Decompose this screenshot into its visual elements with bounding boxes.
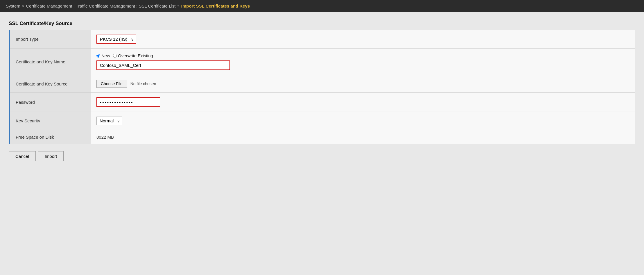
free-space-value: 8022 MB (96, 135, 114, 140)
breadcrumb-system[interactable]: System (6, 3, 20, 8)
radio-overwrite[interactable] (113, 54, 117, 58)
section-title: SSL Certificate/Key Source (9, 21, 635, 26)
footer-buttons: Cancel Import (9, 151, 635, 164)
password-input[interactable] (96, 97, 160, 107)
key-security-label: Key Security (9, 112, 91, 130)
cert-source-row: Certificate and Key Source Choose File N… (9, 75, 635, 93)
key-security-select[interactable]: Normal High (96, 117, 122, 125)
no-file-text: No file chosen (130, 81, 156, 86)
cert-key-name-label: Certificate and Key Name (9, 49, 91, 75)
radio-group: New Overwrite Existing (96, 53, 629, 58)
free-space-label: Free Space on Disk (9, 130, 91, 144)
key-security-row: Key Security Normal High (9, 112, 635, 130)
form-table: Import Type PKCS 12 (IIS) PEM PKCS7 DER … (9, 30, 635, 144)
password-label: Password (9, 93, 91, 112)
import-button[interactable]: Import (38, 151, 64, 161)
cert-name-input[interactable] (96, 60, 230, 70)
import-type-select[interactable]: PKCS 12 (IIS) PEM PKCS7 DER (96, 35, 136, 44)
key-security-select-wrapper[interactable]: Normal High (96, 117, 122, 125)
cert-source-label: Certificate and Key Source (9, 75, 91, 93)
cancel-button[interactable]: Cancel (9, 151, 36, 161)
radio-new[interactable] (96, 54, 100, 58)
breadcrumb-cert-mgmt[interactable]: Certificate Management : Traffic Certifi… (26, 3, 175, 8)
import-type-row: Import Type PKCS 12 (IIS) PEM PKCS7 DER (9, 30, 635, 49)
import-type-label: Import Type (9, 30, 91, 49)
cert-key-name-row: Certificate and Key Name New Overwrite E… (9, 49, 635, 75)
radio-overwrite-label[interactable]: Overwrite Existing (113, 53, 153, 58)
password-row: Password (9, 93, 635, 112)
breadcrumb-sep-1: » (22, 4, 24, 8)
radio-new-label[interactable]: New (96, 53, 110, 58)
breadcrumb-active: Import SSL Certificates and Keys (181, 3, 250, 8)
file-input-area: Choose File No file chosen (96, 80, 629, 88)
import-type-select-wrapper[interactable]: PKCS 12 (IIS) PEM PKCS7 DER (96, 35, 136, 44)
topbar: System » Certificate Management : Traffi… (0, 0, 644, 12)
breadcrumb-sep-2: » (177, 4, 179, 8)
choose-file-button[interactable]: Choose File (96, 80, 127, 88)
free-space-row: Free Space on Disk 8022 MB (9, 130, 635, 144)
